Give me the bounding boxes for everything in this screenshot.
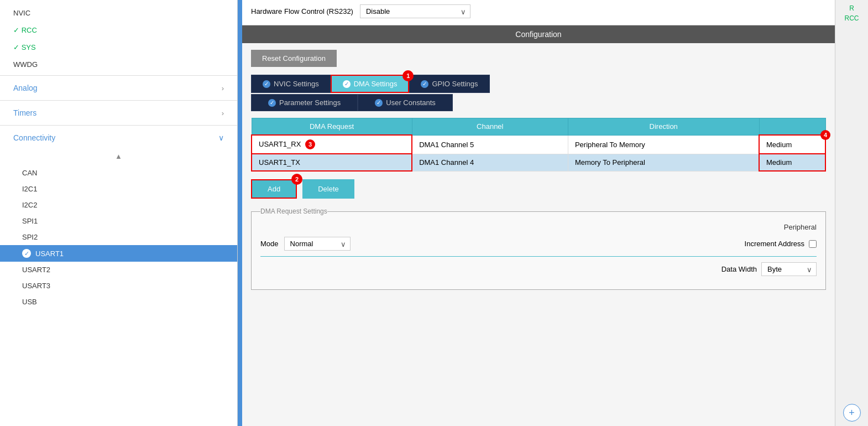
sidebar-item-spi1[interactable]: SPI1: [0, 213, 237, 229]
sidebar-item-can[interactable]: CAN: [0, 165, 237, 181]
mode-label: Mode: [260, 240, 279, 248]
tab-dma-settings[interactable]: ✓ DMA Settings 1: [331, 75, 410, 93]
connectivity-subitems: CAN I2C1 I2C2 SPI1 SPI2 USART1 USART2 US…: [0, 163, 237, 312]
right-item-r: R: [849, 4, 854, 12]
sidebar: NVIC RCC SYS WWDG Analog › Timers › Conn…: [0, 0, 238, 426]
scroll-indicator: [238, 0, 242, 426]
dma-priority-cell-2: Medium: [759, 154, 825, 171]
sidebar-section-timers[interactable]: Timers ›: [0, 100, 237, 125]
chevron-right-icon: ›: [222, 109, 224, 117]
sidebar-item-usart3[interactable]: USART3: [0, 278, 237, 294]
check-icon: ✓: [268, 99, 276, 107]
tabs-row-1: ✓ NVIC Settings ✓ DMA Settings 1 ✓ GPIO …: [251, 75, 826, 93]
sidebar-item-nvic[interactable]: NVIC: [0, 4, 237, 22]
data-width-select[interactable]: Byte: [761, 262, 817, 276]
data-width-label: Data Width: [721, 265, 757, 273]
peripheral-label: Peripheral: [784, 223, 817, 231]
action-buttons: Add 2 Delete: [251, 179, 826, 199]
sidebar-item-i2c1[interactable]: I2C1: [0, 181, 237, 197]
check-icon: ✓: [343, 80, 351, 88]
check-icon: ✓: [421, 80, 428, 88]
dma-direction-cell: Peripheral To Memory: [568, 135, 759, 154]
reset-config-button[interactable]: Reset Configuration: [251, 50, 337, 67]
badge-4: 4: [820, 130, 830, 140]
data-width-row: Data Width Byte: [260, 262, 817, 276]
sidebar-section-connectivity[interactable]: Connectivity ∨: [0, 125, 237, 150]
divider: [260, 256, 817, 257]
dma-channel-cell: DMA1 Channel 4: [412, 154, 568, 171]
right-sidebar: R RCC +: [835, 0, 868, 426]
increment-address-checkbox[interactable]: [809, 240, 817, 248]
dma-col-direction: Direction: [568, 118, 759, 136]
mode-select[interactable]: Normal: [284, 237, 351, 251]
hardware-flow-section: Hardware Flow Control (RS232) Disable: [242, 0, 835, 25]
dma-table: DMA Request Channel Direction USART1_RX …: [251, 118, 826, 172]
sidebar-item-wwdg[interactable]: WWDG: [0, 56, 237, 73]
dma-direction-cell: Memory To Peripheral: [568, 154, 759, 171]
tab-parameter-settings[interactable]: ✓ Parameter Settings: [251, 94, 358, 111]
dma-request-cell: USART1_RX 3: [252, 135, 412, 154]
sidebar-item-sys[interactable]: SYS: [0, 39, 237, 56]
tab-nvic-settings[interactable]: ✓ NVIC Settings: [251, 75, 331, 93]
tab-user-constants[interactable]: ✓ User Constants: [358, 94, 453, 111]
mode-select-wrapper: Normal: [284, 237, 351, 251]
dma-col-request: DMA Request: [252, 118, 412, 136]
delete-button[interactable]: Delete: [302, 179, 354, 199]
sidebar-item-spi2[interactable]: SPI2: [0, 229, 237, 245]
config-header: Configuration: [242, 25, 835, 43]
dma-channel-cell: DMA1 Channel 5: [412, 135, 568, 154]
right-item-rcc: RCC: [845, 14, 859, 22]
check-icon: ✓: [375, 99, 383, 107]
dma-col-channel: Channel: [412, 118, 568, 136]
tab-gpio-settings[interactable]: ✓ GPIO Settings: [409, 75, 489, 93]
zoom-plus-icon: +: [849, 407, 855, 419]
badge-2: 2: [291, 174, 302, 185]
sidebar-item-usb[interactable]: USB: [0, 294, 237, 310]
check-icon: ✓: [263, 80, 270, 88]
sidebar-item-rcc[interactable]: RCC: [0, 22, 237, 39]
table-row[interactable]: USART1_RX 3 DMA1 Channel 5 Peripheral To…: [252, 135, 825, 154]
sidebar-item-usart2[interactable]: USART2: [0, 262, 237, 278]
dma-request-cell: USART1_TX: [252, 154, 412, 171]
main-content: Hardware Flow Control (RS232) Disable Co…: [242, 0, 835, 426]
hardware-flow-select[interactable]: Disable: [360, 4, 470, 18]
hardware-flow-select-wrapper: Disable: [360, 4, 470, 18]
config-section: Configuration Reset Configuration ✓ NVIC…: [242, 25, 835, 426]
peripheral-header-row: Peripheral: [260, 223, 817, 231]
add-button-container: Add 2: [251, 179, 297, 199]
sort-indicator: ▲: [0, 150, 237, 163]
dma-col-priority: [759, 118, 825, 136]
sidebar-section-analog[interactable]: Analog ›: [0, 75, 237, 100]
data-width-select-wrapper: Byte: [761, 262, 817, 276]
add-button[interactable]: Add: [251, 179, 297, 199]
sidebar-item-i2c2[interactable]: I2C2: [0, 197, 237, 213]
zoom-in-button[interactable]: +: [843, 404, 861, 422]
table-row[interactable]: USART1_TX DMA1 Channel 4 Memory To Perip…: [252, 154, 825, 171]
dma-request-settings: DMA Request Settings Peripheral Mode Nor…: [251, 207, 826, 290]
increment-address-label: Increment Address: [745, 240, 804, 248]
mode-row: Mode Normal Increment Address: [260, 237, 817, 251]
chevron-down-icon: ∨: [218, 133, 224, 142]
chevron-right-icon: ›: [222, 84, 224, 92]
config-body: Reset Configuration ✓ NVIC Settings ✓ DM…: [242, 43, 835, 426]
badge-3: 3: [305, 139, 315, 149]
hardware-flow-label: Hardware Flow Control (RS232): [251, 7, 353, 15]
tabs-row-2: ✓ Parameter Settings ✓ User Constants: [251, 94, 826, 111]
dma-priority-cell: Medium 4: [759, 135, 825, 154]
sidebar-item-usart1[interactable]: USART1: [0, 245, 237, 262]
dma-settings-legend: DMA Request Settings: [260, 207, 327, 215]
